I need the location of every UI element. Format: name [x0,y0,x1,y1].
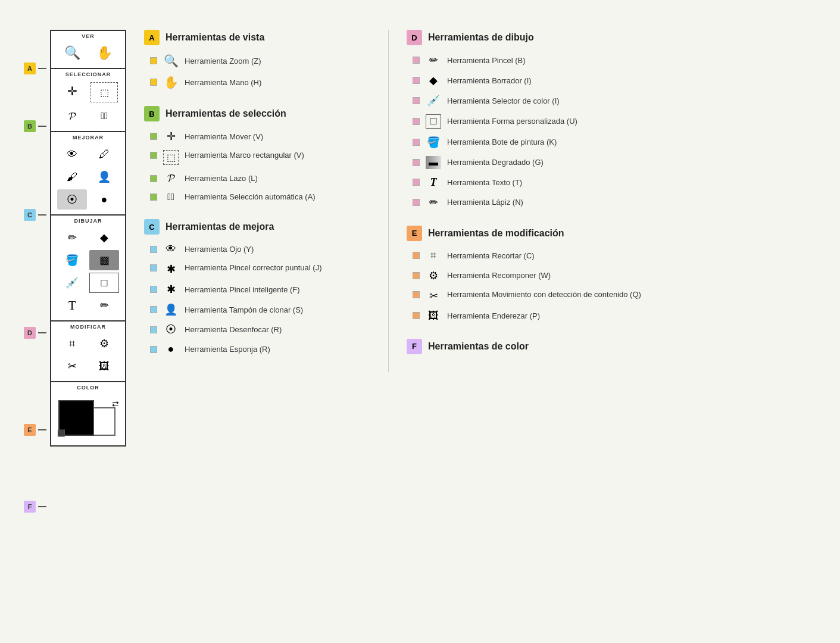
shape-tool-button[interactable]: □ [89,273,119,293]
tool-item: 𝓟 Herramienta Lazo (L) [144,172,370,185]
straighten-tool-button[interactable]: 🖼 [89,356,119,376]
section-badge-D: D [407,30,422,45]
auto-select-tool-button[interactable]: ⬚⃝ [89,106,119,126]
tool-item: ◆ Herramienta Borrador (I) [407,74,657,87]
letter-badge-E: E [24,424,36,436]
toolbar-section-dibujar: DIBUJAR ✏ ◆ 🪣 ▩ 💉 □ T ✏ [51,216,125,322]
letter-badge-A: A [24,63,36,74]
section-D: D Herramientas de dibujo ✏ Herramienta P… [407,30,657,209]
eye-tool-button[interactable]: 👁 [57,144,87,164]
toolbar-section-ver: VER 🔍 ✋ [51,31,125,69]
section-F: F Herramientas de color [407,339,657,354]
tool-item: 🖼 Herramienta Enderezar (P) [407,310,657,322]
tool-item: □ Herramienta Forma personalizada (U) [407,114,657,129]
move-tool-button[interactable]: ✛ [57,81,87,101]
reset-colors-button[interactable]: ⬛ [57,429,65,437]
brush-tool-button[interactable]: ✏ [57,227,87,248]
section-badge-F: F [407,339,422,354]
toolbar-section-label-color: COLOR [51,382,125,392]
tool-label: Herramienta Lazo (L) [185,174,258,183]
section-title-F: Herramientas de color [428,341,529,352]
tool-item: ⌗ Herramienta Recortar (C) [407,249,657,262]
pencil-tool-button[interactable]: ✏ [89,295,119,316]
tool-item: ⬚⃝ Herramienta Selección automática (A) [144,192,370,202]
tool-label: Herramienta Bote de pintura (K) [447,138,557,146]
sidebar-label-A: A [24,46,46,90]
sidebar-label-B: B [24,90,46,162]
smart-brush-button[interactable]: 🖌 [57,167,87,187]
section-badge-A: A [144,30,160,45]
section-title-B: Herramientas de selección [165,108,286,119]
recompose-tool-button[interactable]: ⚙ [89,333,119,354]
tool-label: Herramienta Mano (H) [185,78,261,87]
tool-item: ✂ Herramienta Movimiento con detección d… [407,289,657,302]
tool-item: ✏ Herramienta Pincel (B) [407,54,657,67]
tool-label: Herramienta Forma personalizada (U) [447,117,577,126]
tool-item: 🪣 Herramienta Bote de pintura (K) [407,136,657,149]
tool-item: 👤 Herramienta Tampón de clonar (S) [144,303,370,316]
lasso-tool-button[interactable]: 𝓟 [57,106,87,126]
sidebar-letters: A B C D E [24,46,46,551]
sponge-tool-button[interactable]: ● [89,189,119,210]
tool-label: Herramienta Degradado (G) [447,158,544,167]
letter-badge-B: B [24,120,36,132]
description-column-right: D Herramientas de dibujo ✏ Herramienta P… [407,30,657,372]
tool-label: Herramienta Zoom (Z) [185,57,261,65]
marquee-tool-button[interactable]: ⬚ [90,82,118,102]
tool-label: Herramienta Pincel corrector puntual (J) [185,263,321,273]
sidebar-label-D: D [24,268,46,398]
color-picker-area[interactable]: ⇄ ⬛ [51,392,125,445]
column-divider [388,30,389,372]
toolbar-section-label-mejorar: MEJORAR [51,132,125,142]
toolbar-section-label-dibujar: DIBUJAR [51,216,125,225]
tool-label: Herramienta Texto (T) [447,178,522,187]
section-badge-B: B [144,106,160,121]
letter-badge-F: F [24,501,36,513]
tool-item: ✏ Herramienta Lápiz (N) [407,196,657,209]
tool-item: ✋ Herramienta Mano (H) [144,75,370,89]
content-aware-button[interactable]: ✂ [57,356,87,376]
crop-tool-button[interactable]: ⌗ [57,333,87,354]
tool-label: Herramienta Mover (V) [185,132,263,141]
gradient-tool-button[interactable]: ▩ [89,250,119,270]
eraser-tool-button[interactable]: ◆ [89,227,119,248]
section-E: E Herramientas de modificación ⌗ Herrami… [407,226,657,322]
letter-badge-D: D [24,327,36,339]
sidebar-label-C: C [24,162,46,268]
tool-label: Herramienta Selección automática (A) [185,192,316,202]
toolbar-section-mejorar: MEJORAR 👁 🖊 🖌 👤 ⦿ ● [51,132,125,216]
toolbar: VER 🔍 ✋ SELECCIONAR ✛ ⬚ 𝓟 ⬚⃝ MEJORAR [50,30,126,447]
tool-item: 💉 Herramienta Selector de color (I) [407,94,657,107]
tool-item: ▬ Herramienta Degradado (G) [407,156,657,169]
section-badge-E: E [407,226,422,241]
hand-tool-button[interactable]: ✋ [89,43,119,63]
zoom-tool-button[interactable]: 🔍 [57,43,87,63]
paint-bucket-button[interactable]: 🪣 [57,250,87,270]
section-title-D: Herramientas de dibujo [428,32,534,43]
tool-item: ✱ Herramienta Pincel corrector puntual (… [144,263,370,276]
clone-stamp-button[interactable]: 👤 [89,167,119,187]
tool-item: ✛ Herramienta Mover (V) [144,130,370,143]
healing-brush-button[interactable]: 🖊 [89,144,119,164]
section-B: B Herramientas de selección ✛ Herramient… [144,106,370,202]
section-title-C: Herramientas de mejora [165,221,274,232]
tool-label: Herramienta Borrador (I) [447,76,532,85]
tool-item: ⦿ Herramienta Desenfocar (R) [144,323,370,336]
description-column-left: A Herramientas de vista 🔍 Herramienta Zo… [144,30,370,372]
tool-item: 🔍 Herramienta Zoom (Z) [144,54,370,68]
tool-label: Herramienta Desenfocar (R) [185,325,282,334]
tool-label: Herramienta Pincel inteligente (F) [185,285,300,294]
swap-colors-button[interactable]: ⇄ [112,399,119,408]
toolbar-section-label-seleccionar: SELECCIONAR [51,69,125,79]
tool-label: Herramienta Recortar (C) [447,251,535,260]
letter-badge-C: C [24,209,36,221]
toolbar-section-seleccionar: SELECCIONAR ✛ ⬚ 𝓟 ⬚⃝ [51,69,125,132]
text-tool-button[interactable]: T [57,295,87,316]
tool-label: Herramienta Pincel (B) [447,56,526,65]
toolbar-section-modificar: MODIFICAR ⌗ ⚙ ✂ 🖼 [51,322,125,382]
blur-tool-button[interactable]: ⦿ [57,189,87,210]
eyedropper-button[interactable]: 💉 [57,273,87,293]
tool-item: T Herramienta Texto (T) [407,176,657,189]
tool-item: 👁 Herramienta Ojo (Y) [144,243,370,255]
tool-item: ✱ Herramienta Pincel inteligente (F) [144,283,370,296]
